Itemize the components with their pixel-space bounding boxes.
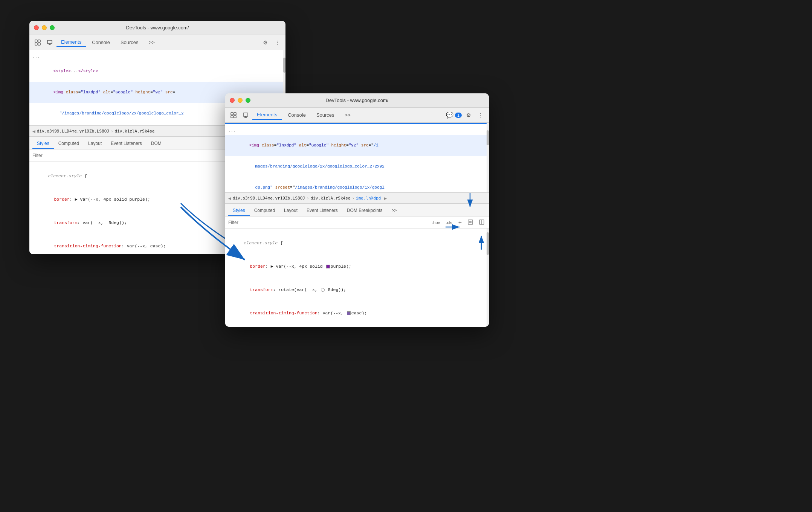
html-ellipsis-2: ... — [225, 127, 489, 135]
css-border-2: border: ▶ var(--x, 4px solid purple); — [225, 255, 489, 278]
svg-rect-4 — [47, 40, 52, 44]
html-area-2: ... <img class="lnXdpd" alt="Google" hei… — [225, 123, 489, 192]
styles-tabs-2: Styles Computed Layout Event Listeners D… — [225, 204, 489, 216]
tab-dom-breakpoints-2[interactable]: DOM Breakpoints — [342, 206, 387, 216]
window-title-1: DevTools - www.google.com/ — [126, 25, 189, 30]
breadcrumb-item-2b[interactable]: div.k1zlA.rSk4se — [311, 196, 351, 201]
breadcrumb-item-2a[interactable]: div.o3j99.LLD4me.yr19Zb.LS8OJ — [233, 196, 305, 201]
maximize-button-2[interactable] — [246, 98, 250, 103]
css-area-2: element.style { border: ▶ var(--x, 4px s… — [225, 229, 489, 327]
traffic-lights-2 — [230, 98, 250, 103]
breadcrumb-item-2c[interactable]: img.lnXdpd — [356, 196, 381, 201]
devtools-window-2: DevTools - www.google.com/ Elements Cons… — [225, 93, 489, 327]
inspect-icon[interactable] — [44, 37, 55, 48]
breadcrumb-sep-2a: › — [307, 196, 309, 201]
breadcrumb-item-2[interactable]: div.k1zlA.rSk4se — [115, 129, 155, 134]
svg-rect-12 — [243, 113, 248, 116]
css-brace-close-2: } — [225, 325, 489, 327]
breadcrumb-right-arrow-2[interactable]: ▶ — [384, 195, 387, 201]
message-icon[interactable]: 💬 1 — [446, 111, 462, 119]
breadcrumb-left-arrow[interactable]: ◀ — [32, 128, 35, 134]
devtools-toolbar-1: Elements Console Sources >> ⚙ ⋮ — [29, 35, 285, 50]
tab-event-listeners-1[interactable]: Event Listeners — [106, 139, 147, 149]
svg-rect-11 — [234, 116, 236, 118]
tab-elements-1[interactable]: Elements — [56, 38, 86, 47]
html-scrollbar-2[interactable] — [487, 123, 489, 192]
settings-icon-1[interactable]: ⚙ — [260, 37, 270, 48]
message-badge: 1 — [455, 113, 462, 118]
breadcrumb-bar-2: ◀ div.o3j99.LLD4me.yr19Zb.LS8OJ › div.k1… — [225, 192, 489, 204]
svg-rect-0 — [35, 40, 37, 42]
cursor-icon[interactable] — [32, 37, 43, 48]
close-button-1[interactable] — [34, 25, 39, 30]
tab-console-2[interactable]: Console — [283, 111, 310, 119]
tab-styles-2[interactable]: Styles — [228, 206, 250, 216]
tab-more-2[interactable]: >> — [340, 111, 355, 119]
window-title-2: DevTools - www.google.com/ — [326, 98, 389, 103]
tab-event-listeners-2[interactable]: Event Listeners — [302, 206, 342, 216]
inspect-icon-2[interactable] — [240, 110, 251, 120]
top-accent-bar — [225, 123, 489, 124]
tab-styles-1[interactable]: Styles — [32, 139, 54, 149]
title-bar-2: DevTools - www.google.com/ — [225, 93, 489, 108]
html-line-style: <style>...</style> — [29, 61, 285, 82]
filter-input-2[interactable] — [228, 220, 427, 225]
minimize-button-1[interactable] — [42, 25, 47, 30]
svg-rect-9 — [234, 113, 236, 115]
tab-sources-2[interactable]: Sources — [312, 111, 339, 119]
tab-more-styles-2[interactable]: >> — [387, 206, 401, 216]
devtools-toolbar-2: Elements Console Sources >> 💬 1 ⚙ ⋮ — [225, 108, 489, 123]
svg-rect-3 — [38, 43, 40, 45]
minimize-button-2[interactable] — [238, 98, 243, 103]
breadcrumb-item-1[interactable]: div.o3j99.LLD4me.yr19Zb.LS8OJ — [37, 129, 109, 134]
settings-icon-2[interactable]: ⚙ — [463, 110, 474, 120]
cursor-icon-2[interactable] — [228, 110, 239, 120]
scrollbar-thumb-2[interactable] — [487, 130, 489, 145]
tab-dom-1[interactable]: DOM — [147, 139, 166, 149]
close-button-2[interactable] — [230, 98, 235, 103]
tab-computed-1[interactable]: Computed — [54, 139, 84, 149]
checkbox-swatch[interactable] — [347, 311, 351, 315]
svg-rect-2 — [35, 43, 37, 45]
add-style-btn[interactable]: + — [457, 218, 463, 227]
css-scrollbar-2[interactable] — [487, 229, 489, 327]
tab-elements-2[interactable]: Elements — [252, 110, 282, 120]
traffic-lights-1 — [34, 25, 55, 30]
css-transition-2: transition-timing-function: var(--x, eas… — [225, 302, 489, 325]
cls-btn-2[interactable]: .cls — [444, 219, 454, 226]
tab-console-1[interactable]: Console — [87, 38, 114, 47]
purple-swatch[interactable] — [326, 265, 330, 268]
more-icon-1[interactable]: ⋮ — [272, 37, 282, 48]
html-line2-src2: dp.png" srcset="/images/branding/googlel… — [225, 177, 489, 192]
new-stylesheet-btn[interactable] — [466, 219, 475, 226]
title-bar-1: DevTools - www.google.com/ — [29, 21, 285, 35]
scrollbar-thumb-1[interactable] — [283, 58, 285, 73]
css-scrollbar-thumb-2[interactable] — [487, 232, 489, 255]
tab-sources-1[interactable]: Sources — [116, 38, 143, 47]
svg-rect-19 — [479, 220, 484, 224]
html-ellipsis-1: ... — [29, 53, 285, 61]
tab-more-1[interactable]: >> — [145, 38, 159, 47]
filter-bar-2: :hov .cls + — [225, 216, 489, 229]
svg-rect-8 — [231, 113, 233, 115]
filter-input-1[interactable] — [32, 153, 256, 158]
svg-rect-1 — [38, 40, 40, 42]
hov-btn-2[interactable]: :hov — [430, 219, 441, 226]
tab-layout-2[interactable]: Layout — [279, 206, 302, 216]
maximize-button-1[interactable] — [50, 25, 55, 30]
breadcrumb-sep-1: › — [111, 129, 113, 134]
svg-rect-10 — [231, 116, 233, 118]
css-transform-2: transform: rotate(var(--x, -5deg)); — [225, 278, 489, 302]
html-line2-src1: mages/branding/googlelogo/2x/googlelogo_… — [225, 156, 489, 177]
html-line-img-2[interactable]: <img class="lnXdpd" alt="Google" height=… — [225, 135, 489, 156]
tab-layout-1[interactable]: Layout — [84, 139, 106, 149]
circle-swatch[interactable] — [321, 288, 325, 292]
breadcrumb-left-arrow-2[interactable]: ◀ — [228, 195, 231, 201]
toggle-sidebar-btn[interactable] — [478, 219, 486, 226]
more-icon-2[interactable]: ⋮ — [475, 110, 486, 120]
breadcrumb-sep-2b: › — [352, 196, 354, 201]
tab-computed-2[interactable]: Computed — [250, 206, 279, 216]
css-element-style-2: element.style { — [225, 232, 489, 255]
